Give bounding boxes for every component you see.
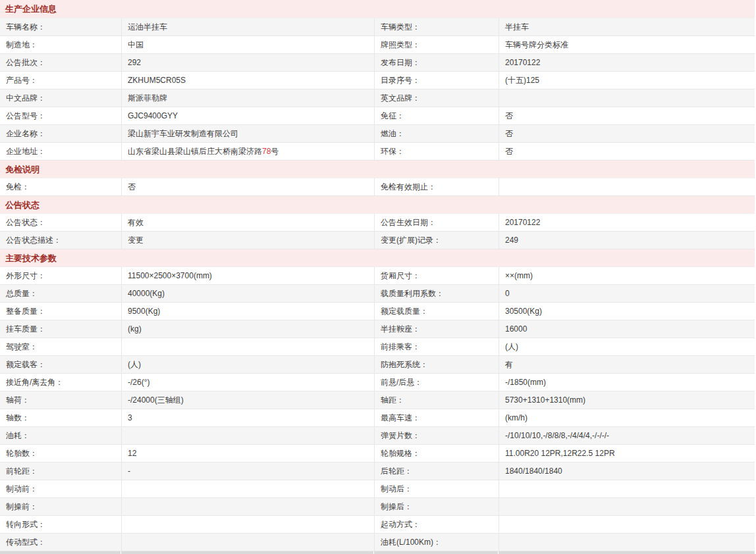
table-row: 企业地址：山东省梁山县梁山镇后庄大桥南梁济路78号环保：否 [0,143,755,161]
field-label: 半挂鞍座： [374,320,499,338]
field-label: 轴数： [0,409,121,426]
field-label: 前轮距： [0,463,121,480]
field-value: 车辆号牌分类标准 [499,36,755,53]
field-value: 否 [499,125,755,142]
field-label: 轴荷： [0,391,121,409]
table-row: 驾驶室：前排乘客：(人) [0,338,755,356]
field-value: (十五)125 [499,72,755,89]
table-row: 总质量：40000(Kg)载质量利用系数：0 [0,285,755,303]
field-label: 公告状态： [0,214,121,231]
field-value: 1840/1840/1840 [499,463,755,480]
field-value: (人) [121,356,374,373]
table-row: 企业名称：梁山新宇车业研发制造有限公司燃油：否 [0,125,755,143]
table-row: 整备质量：9500(Kg)额定载质量：30500(Kg) [0,303,755,320]
table-row: 制动前：制动后： [0,480,755,498]
field-value [499,89,755,107]
field-label: 前排乘客： [374,338,499,355]
field-label: 企业名称： [0,125,121,142]
field-label: 燃油： [374,125,499,142]
field-label: 转向形式： [0,516,121,533]
field-value [499,498,755,515]
table-row: 传动型式：油耗(L/100Km)： [0,534,755,551]
field-label: 载质量利用系数： [374,285,499,302]
field-label: 额定载客： [0,356,121,373]
field-label: 产品号： [0,72,121,89]
field-value [121,498,374,515]
field-label: 免检： [0,178,121,195]
field-label: 后轮距： [374,463,499,480]
field-value: 249 [499,232,755,249]
field-value: 运油半挂车 [121,18,374,36]
field-label: 油耗(L/100Km)： [374,534,499,551]
field-label: 最高车速： [374,409,499,426]
field-value: 中国 [121,36,374,53]
field-value [121,480,374,497]
field-value [121,427,374,444]
field-value: 山东省梁山县梁山镇后庄大桥南梁济路78号 [121,143,374,160]
field-value: 3 [121,409,374,426]
field-value: (km/h) [499,409,755,426]
field-value: 30500(Kg) [499,303,755,320]
table-row: 轴荷：-/24000(三轴组)轴距：5730+1310+1310(mm) [0,391,755,409]
field-value: (人) [499,338,755,355]
field-label: 货厢尺寸： [374,267,499,284]
section-header: 生产企业信息 [0,0,755,18]
field-value: 否 [499,143,755,160]
field-label: 车辆类型： [374,18,499,36]
field-value: 否 [121,178,374,195]
field-value: 斯派菲勒牌 [121,89,374,107]
field-label: 弹簧片数： [374,427,499,444]
table-row: 油耗：弹簧片数：-/10/10/10,-/8/8/8,-/4/4/4,-/-/-… [0,427,755,445]
field-value: 5730+1310+1310(mm) [499,391,755,409]
field-value: (kg) [121,320,374,338]
field-value [499,516,755,533]
section-header: 免检说明 [0,161,755,178]
address-text: 山东省梁山县梁山镇后庄大桥南梁济路 [128,147,262,156]
field-value: 20170122 [499,214,755,231]
table-row: 前轮距：-后轮距：1840/1840/1840 [0,463,755,480]
field-value: 11500×2500×3700(mm) [121,267,374,284]
field-label: 接近角/离去角： [0,374,121,391]
field-label: 牌照类型： [374,36,499,53]
field-label: 传动型式： [0,534,121,551]
field-label: 驾驶室： [0,338,121,355]
field-label: 制操前： [0,498,121,515]
field-value: ZKHUM5CR05S [121,72,374,89]
field-value: -/1850(mm) [499,374,755,391]
table-row: 公告状态描述：变更变更(扩展)记录：249 [0,232,755,249]
field-value: 40000(Kg) [121,285,374,302]
table-row: 挂车质量：(kg)半挂鞍座：16000 [0,320,755,338]
table-row: 公告批次：292发布日期：20170122 [0,54,755,72]
table-row: 产品号：ZKHUM5CR05S目录序号：(十五)125 [0,72,755,89]
field-value: 有效 [121,214,374,231]
field-label: 挂车质量： [0,320,121,338]
field-value: 11.00R20 12PR,12R22.5 12PR [499,445,755,462]
field-label: 公告生效日期： [374,214,499,231]
highlighted-text: 78 [262,147,271,156]
field-label: 免征： [374,107,499,124]
table-row: 轴数：3最高车速：(km/h) [0,409,755,427]
table-row: 接近角/离去角：-/26(°)前悬/后悬：-/1850(mm) [0,374,755,391]
table-row: 车辆名称：运油半挂车车辆类型：半挂车 [0,18,755,36]
field-value: 9500(Kg) [121,303,374,320]
field-label: 制动前： [0,480,121,497]
section-header: 主要技术参数 [0,249,755,267]
field-label: 制动后： [374,480,499,497]
field-value: 16000 [499,320,755,338]
address-text: 号 [271,147,279,156]
field-value: 0 [499,285,755,302]
field-label: 轮胎数： [0,445,121,462]
field-label: 防抱死系统： [374,356,499,373]
table-row: 制操前：制操后： [0,498,755,516]
field-value: 12 [121,445,374,462]
table-row: 免检：否免检有效期止： [0,178,755,196]
field-label: 油耗： [0,427,121,444]
field-value [121,534,374,551]
field-label: 发布日期： [374,54,499,71]
field-label: 环保： [374,143,499,160]
field-label: 目录序号： [374,72,499,89]
section-header: 公告状态 [0,196,755,214]
table-row: 轮胎数：12轮胎规格：11.00R20 12PR,12R22.5 12PR [0,445,755,463]
field-label: 公告批次： [0,54,121,71]
field-value: 292 [121,54,374,71]
